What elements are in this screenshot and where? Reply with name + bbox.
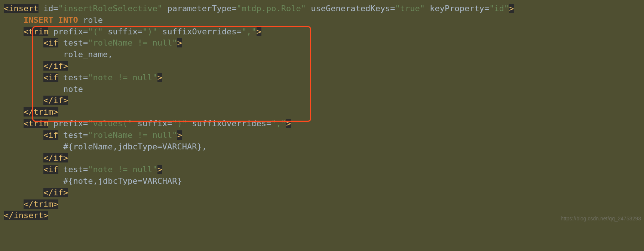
attr-name: id	[43, 4, 53, 13]
code-line[interactable]: <if test="roleName != null">	[4, 130, 182, 140]
tag-name: if	[53, 61, 63, 71]
code-line[interactable]: </if>	[4, 153, 68, 162]
sql-text: #{roleName,jdbcType=VARCHAR},	[63, 142, 207, 151]
tag-name: if	[53, 188, 63, 197]
tag-close-bracket: >	[257, 27, 261, 36]
tag-open-bracket: <	[43, 165, 48, 174]
attr-value: "values("	[88, 119, 132, 128]
attr-value: ","	[242, 27, 257, 36]
sql-text: role_name,	[63, 50, 113, 59]
tag-name: trim	[33, 107, 53, 117]
code-line[interactable]: role_name,	[4, 50, 113, 59]
tag-close-bracket: >	[157, 73, 162, 82]
tag-open-bracket: <	[24, 27, 28, 36]
tag-close-bracket: >	[43, 211, 48, 220]
tag-open-bracket: </	[43, 153, 53, 162]
code-line[interactable]: <trim prefix="(" suffix=")" suffixOverri…	[4, 27, 261, 36]
code-line[interactable]: #{note,jdbcType=VARCHAR}	[4, 176, 182, 186]
tag-open-bracket: <	[24, 119, 28, 128]
attr-value: "true"	[395, 4, 424, 13]
code-line[interactable]: </trim>	[4, 107, 58, 117]
attr-name: test	[63, 165, 83, 174]
tag-open-bracket: <	[43, 73, 48, 82]
attr-name: keyProperty	[430, 4, 484, 13]
tag-name: insert	[14, 211, 43, 220]
tag-name: if	[48, 130, 58, 140]
attr-name: parameterType	[167, 4, 231, 13]
tag-close-bracket: >	[63, 153, 68, 162]
attr-name: suffixOverrides	[162, 27, 237, 36]
tag-name: if	[48, 73, 58, 82]
tag-name: trim	[28, 119, 48, 128]
tag-open-bracket: </	[43, 188, 53, 197]
attr-name: test	[63, 38, 83, 47]
tag-name: if	[53, 96, 63, 105]
tag-name: trim	[28, 27, 48, 36]
tag-close-bracket: >	[286, 119, 291, 128]
watermark-text: https://blog.csdn.net/qq_24753293	[561, 215, 641, 223]
code-line[interactable]: INSERT INTO role	[4, 15, 103, 25]
sql-text: role	[78, 15, 103, 25]
tag-name: trim	[33, 199, 53, 209]
attr-name: prefix	[53, 119, 83, 128]
sql-keyword: INSERT INTO	[24, 15, 78, 25]
code-editor[interactable]: <insert id="insertRoleSelective" paramet…	[0, 0, 644, 224]
attr-value: ")"	[172, 119, 187, 128]
tag-close-bracket: >	[63, 188, 68, 197]
tag-open-bracket: </	[4, 211, 14, 220]
attr-name: suffixOverrides	[192, 119, 266, 128]
tag-close-bracket: >	[53, 199, 58, 209]
attr-value: "("	[88, 27, 103, 36]
attr-name: useGeneratedKeys	[311, 4, 390, 13]
tag-close-bracket: >	[157, 165, 162, 174]
code-line[interactable]: <trim prefix="values(" suffix=")" suffix…	[4, 119, 291, 128]
code-line[interactable]: <insert id="insertRoleSelective" paramet…	[4, 4, 514, 13]
tag-close-bracket: >	[177, 38, 182, 47]
tag-close-bracket: >	[63, 61, 68, 71]
attr-name: prefix	[53, 27, 83, 36]
code-block[interactable]: <insert id="insertRoleSelective" paramet…	[4, 3, 644, 221]
tag-name: if	[53, 153, 63, 162]
code-line[interactable]: </if>	[4, 188, 68, 197]
tag-close-bracket: >	[177, 130, 182, 140]
tag-open-bracket: </	[43, 61, 53, 71]
tag-open-bracket: </	[43, 96, 53, 105]
code-line[interactable]: note	[4, 84, 83, 94]
sql-text: note	[63, 84, 83, 94]
attr-name: suffix	[138, 119, 167, 128]
code-line[interactable]: <if test="note != null">	[4, 73, 162, 82]
tag-name: insert	[9, 4, 38, 13]
attr-value: "roleName != null"	[88, 130, 177, 140]
sql-text: #{note,jdbcType=VARCHAR}	[63, 176, 182, 186]
code-line[interactable]: </if>	[4, 96, 68, 105]
code-line[interactable]: </if>	[4, 61, 68, 71]
tag-close-bracket: >	[53, 107, 58, 117]
tag-open-bracket: </	[24, 107, 34, 117]
attr-value: "note != null"	[88, 73, 157, 82]
attr-value: "id"	[489, 4, 509, 13]
tag-close-bracket: >	[63, 96, 68, 105]
tag-name: if	[48, 165, 58, 174]
tag-close-bracket: >	[509, 4, 514, 13]
code-line[interactable]: </trim>	[4, 199, 58, 209]
attr-value: ","	[271, 119, 286, 128]
attr-value: "insertRoleSelective"	[58, 4, 162, 13]
attr-value: "roleName != null"	[88, 38, 177, 47]
code-line[interactable]: #{roleName,jdbcType=VARCHAR},	[4, 142, 207, 151]
tag-name: if	[48, 38, 58, 47]
attr-value: "mtdp.po.Role"	[237, 4, 306, 13]
code-line[interactable]: </insert>	[4, 211, 48, 220]
tag-open-bracket: <	[43, 130, 48, 140]
tag-open-bracket: <	[4, 4, 9, 13]
code-line[interactable]: <if test="roleName != null">	[4, 38, 182, 47]
attr-value: "note != null"	[88, 165, 157, 174]
tag-open-bracket: <	[43, 38, 48, 47]
tag-open-bracket: </	[24, 199, 34, 209]
attr-name: test	[63, 130, 83, 140]
attr-name: test	[63, 73, 83, 82]
attr-name: suffix	[108, 27, 137, 36]
attr-value: ")"	[142, 27, 157, 36]
code-line[interactable]: <if test="note != null">	[4, 165, 162, 174]
